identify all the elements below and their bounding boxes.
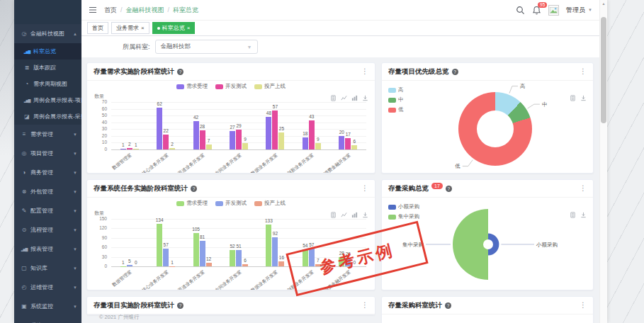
scrollbar-thumb[interactable] — [601, 17, 606, 123]
help-icon[interactable]: ? — [191, 186, 197, 192]
dept-overview-icon: ▂▅▇ — [23, 50, 30, 54]
notification-bell-icon[interactable]: 95 — [532, 6, 541, 15]
hamburger-icon[interactable] — [89, 6, 97, 14]
category-label: 数据管理室 — [111, 269, 133, 288]
close-icon[interactable]: × — [141, 26, 145, 31]
data-view-icon[interactable] — [570, 91, 576, 98]
sidebar-group[interactable]: ▂▅▇报表管理▼ — [14, 239, 81, 259]
sidebar-item[interactable]: ▂▅▇科室总览 — [14, 43, 81, 60]
sidebar-item[interactable]: ≣版本跟踪 — [14, 60, 81, 76]
help-icon[interactable]: ? — [177, 302, 183, 309]
legend-item[interactable]: 投产上线 — [254, 83, 286, 90]
project-mgmt-icon: ◎ — [21, 150, 28, 157]
bar — [351, 145, 357, 149]
legend-item[interactable]: 集中采购 — [388, 213, 419, 220]
avatar[interactable] — [548, 5, 559, 16]
restore-icon[interactable] — [341, 91, 347, 98]
chart-toolbox — [570, 208, 587, 215]
bar — [206, 263, 212, 266]
legend-item[interactable]: 需求受理 — [176, 83, 208, 90]
pie-chart[interactable]: 高中低 — [382, 81, 593, 173]
sidebar-group[interactable]: ≡需求管理▼ — [14, 125, 81, 144]
chevron-up-icon: ▲ — [73, 32, 77, 36]
sidebar-group[interactable]: ◎项目管理▼ — [14, 144, 81, 163]
kebab-menu-icon[interactable]: ⋮ — [580, 302, 587, 309]
legend-item[interactable]: 需求受理 — [176, 200, 208, 207]
sidebar-group[interactable]: ⊙流程管理▼ — [14, 220, 81, 239]
kebab-menu-icon[interactable]: ⋮ — [580, 68, 587, 75]
download-icon[interactable] — [580, 208, 587, 215]
sidebar-group[interactable]: ◑商务管理▼ — [14, 163, 81, 182]
bar — [163, 249, 169, 266]
topbar-actions: 95 管理员 ▼ — [516, 5, 592, 16]
sidebar-item[interactable]: ◔需求周期视图 — [14, 76, 81, 92]
breadcrumb-fintech-view[interactable]: 金融科技视图 — [126, 6, 164, 15]
kebab-menu-icon[interactable]: ⋮ — [361, 68, 368, 75]
kebab-menu-icon[interactable]: ⋮ — [361, 185, 368, 192]
count-badge: 17 — [431, 183, 443, 189]
chevron-down-icon: ▼ — [73, 171, 77, 175]
breadcrumb-dept-overview[interactable]: 科室总览 — [173, 6, 198, 15]
sidebar-item[interactable]: ◪周例会展示报表-采购 — [14, 108, 81, 125]
search-icon[interactable] — [516, 6, 525, 15]
sidebar-item-label: 版本跟踪 — [33, 64, 56, 72]
bar-type-icon[interactable] — [351, 91, 358, 98]
department-select[interactable]: 金融科技部 ▼ — [155, 40, 258, 54]
sidebar-group[interactable]: ◶金融科技视图▲ — [14, 24, 81, 43]
bar-type-icon[interactable] — [351, 208, 358, 215]
sidebar-group[interactable]: ⊗外包管理▼ — [14, 182, 81, 201]
category-label: 中间业务开发室 — [213, 152, 242, 174]
bar — [278, 132, 284, 149]
help-icon[interactable]: ? — [452, 69, 458, 75]
rose-slice — [453, 209, 488, 280]
legend-item[interactable]: 小额采购 — [388, 203, 419, 210]
scrollbar-up-arrow[interactable]: ▲ — [600, 0, 607, 7]
legend-item[interactable]: 低 — [388, 106, 404, 113]
bar — [133, 149, 139, 149]
restore-icon[interactable] — [341, 208, 347, 215]
category-label: 数据业务开发室 — [250, 152, 279, 174]
bar — [193, 121, 199, 149]
bar — [157, 108, 162, 149]
sidebar-group[interactable]: ◴运维管理▼ — [14, 278, 81, 297]
legend-item[interactable]: 开发测试 — [215, 200, 247, 207]
download-icon[interactable] — [362, 91, 368, 98]
tab[interactable]: 业务需求× — [111, 22, 149, 34]
legend-item[interactable]: 高 — [388, 86, 404, 94]
kebab-menu-icon[interactable]: ⋮ — [361, 302, 368, 309]
category-label: 核心业务开发室 — [140, 152, 169, 174]
sidebar-group[interactable]: ▣系统监控▼ — [14, 297, 81, 316]
finance-view-icon: ◶ — [21, 30, 28, 37]
sidebar-group-label: 商务管理 — [30, 169, 53, 176]
sidebar-item-label: 科室总览 — [33, 47, 56, 55]
help-icon[interactable]: ? — [445, 302, 451, 309]
scrollbar[interactable]: ▲ — [599, 0, 607, 323]
help-icon[interactable]: ? — [177, 69, 183, 75]
department-select-value: 金融科技部 — [161, 42, 191, 51]
tab[interactable]: 科室总览× — [152, 22, 196, 34]
sidebar-group[interactable]: ▢知识库▼ — [14, 259, 81, 278]
download-icon[interactable] — [362, 208, 368, 215]
bar — [309, 120, 315, 149]
bar — [236, 250, 242, 266]
close-icon[interactable]: × — [187, 26, 191, 31]
legend-item[interactable]: 中 — [388, 96, 404, 103]
user-menu[interactable]: 管理员 ▼ — [566, 6, 592, 15]
breadcrumb-home[interactable]: 首页 — [104, 6, 117, 15]
sidebar-group-label: 知识库 — [30, 264, 47, 272]
data-view-icon[interactable] — [330, 208, 337, 215]
download-icon[interactable] — [580, 91, 587, 98]
help-icon[interactable]: ? — [446, 186, 452, 192]
sidebar-group-label: 运维管理 — [30, 283, 53, 291]
data-view-icon[interactable] — [570, 208, 576, 215]
data-view-icon[interactable] — [330, 91, 337, 98]
legend-item[interactable]: 开发测试 — [215, 83, 247, 90]
sidebar-group[interactable]: ⚙系统管理▼ — [14, 316, 81, 323]
sidebar-item[interactable]: ▂▅▇周例会展示报表-项目 — [14, 92, 81, 108]
bar — [206, 144, 212, 149]
chart-legend: 高中低 — [388, 86, 404, 113]
legend-item[interactable]: 投产上线 — [254, 200, 286, 207]
kebab-menu-icon[interactable]: ⋮ — [580, 185, 587, 192]
sidebar-group[interactable]: ✎配置管理▼ — [14, 201, 81, 220]
tab[interactable]: 首页 — [87, 22, 108, 34]
